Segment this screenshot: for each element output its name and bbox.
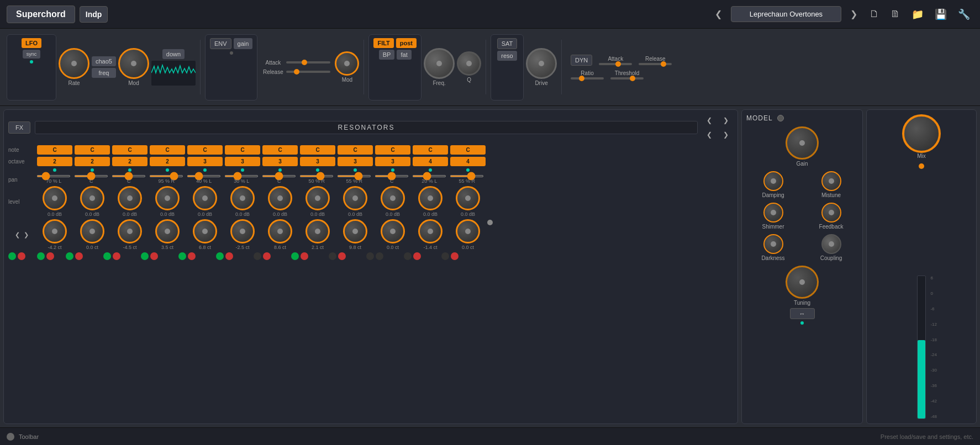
prev-preset-btn[interactable]: ❮ xyxy=(710,7,726,22)
freq-knob[interactable] xyxy=(424,48,455,79)
post-btn[interactable]: post xyxy=(396,38,417,48)
ind-10-r[interactable] xyxy=(413,252,421,260)
level-knob-5[interactable] xyxy=(230,186,255,210)
pan-slider-0[interactable] xyxy=(36,175,71,177)
detune-knob-1[interactable] xyxy=(80,219,104,243)
reso-btn[interactable]: reso xyxy=(497,51,517,61)
drive-knob[interactable] xyxy=(526,48,557,79)
paste-icon[interactable]: 🗎 xyxy=(887,6,904,22)
gain-knob[interactable] xyxy=(786,126,819,160)
pan-slider-4[interactable] xyxy=(187,175,221,177)
left-ind-green[interactable] xyxy=(8,252,16,260)
env-btn[interactable]: ENV xyxy=(210,38,231,49)
detune-knob-2[interactable] xyxy=(118,219,142,243)
mix-knob[interactable] xyxy=(902,114,941,153)
note-2[interactable]: C xyxy=(112,145,147,155)
oct-9[interactable]: 3 xyxy=(375,157,410,166)
detune-knob-9[interactable] xyxy=(381,219,405,243)
filt-btn[interactable]: FILT xyxy=(373,38,393,48)
attack-slider[interactable] xyxy=(286,61,330,63)
ind-2-g[interactable] xyxy=(103,252,111,260)
fat-btn[interactable]: fat xyxy=(397,50,411,60)
pan-slider-9[interactable] xyxy=(375,175,409,177)
note-10[interactable]: C xyxy=(413,145,448,155)
pan-slider-6[interactable] xyxy=(262,175,296,177)
ind-3-r[interactable] xyxy=(150,252,158,260)
pan-slider-11[interactable] xyxy=(450,175,484,177)
detune-knob-3[interactable] xyxy=(155,219,180,243)
ind-10-g[interactable] xyxy=(404,252,412,260)
ind-4-r[interactable] xyxy=(188,252,196,260)
detune-knob-0[interactable] xyxy=(43,219,67,243)
note-7[interactable]: C xyxy=(300,145,335,155)
direction-btn[interactable]: down xyxy=(162,49,185,59)
ind-9-g[interactable] xyxy=(366,252,374,260)
note-8[interactable]: C xyxy=(338,145,373,155)
pan-slider-8[interactable] xyxy=(337,175,371,177)
detune-knob-6[interactable] xyxy=(268,219,292,243)
detune-next[interactable]: ❯ xyxy=(23,230,30,240)
note-9[interactable]: C xyxy=(375,145,410,155)
oct-5[interactable]: 3 xyxy=(225,157,260,166)
note-3[interactable]: C xyxy=(150,145,185,155)
ind-2-r[interactable] xyxy=(113,252,120,260)
arrow-btn[interactable]: ↔ xyxy=(790,308,815,319)
release-slider[interactable] xyxy=(286,71,330,73)
ind-11-g[interactable] xyxy=(441,252,449,260)
ind-4-g[interactable] xyxy=(178,252,186,260)
pan-slider-7[interactable] xyxy=(299,175,334,177)
ind-0-g[interactable] xyxy=(37,252,45,260)
folder-icon[interactable]: 📁 xyxy=(908,6,927,23)
gain-btn[interactable]: gain xyxy=(234,38,253,49)
col-next-top[interactable]: ❯ xyxy=(719,114,733,126)
left-ind-red[interactable] xyxy=(18,252,25,260)
oct-1[interactable]: 2 xyxy=(75,157,110,166)
ind-3-g[interactable] xyxy=(141,252,149,260)
pan-slider-10[interactable] xyxy=(412,175,446,177)
next-preset-btn[interactable]: ❯ xyxy=(846,7,862,22)
dyn-ratio-slider[interactable] xyxy=(571,77,604,80)
lfo-btn[interactable]: LFO xyxy=(22,38,41,48)
col-prev-bot[interactable]: ❮ xyxy=(702,129,716,141)
ind-5-g[interactable] xyxy=(216,252,224,260)
detune-knob-4[interactable] xyxy=(193,219,217,243)
ind-6-g[interactable] xyxy=(254,252,261,260)
col-next-bot[interactable]: ❯ xyxy=(719,129,733,141)
note-0[interactable]: C xyxy=(37,145,72,155)
pan-slider-1[interactable] xyxy=(74,175,108,177)
note-11[interactable]: C xyxy=(450,145,486,155)
ind-7-g[interactable] xyxy=(291,252,299,260)
oct-10[interactable]: 4 xyxy=(413,157,448,166)
save-icon[interactable]: 💾 xyxy=(931,6,950,23)
detune-knob-10[interactable] xyxy=(418,219,442,243)
level-knob-2[interactable] xyxy=(118,186,142,210)
logo-btn[interactable]: Indp xyxy=(80,6,108,23)
sat-btn[interactable]: SAT xyxy=(497,38,518,49)
note-5[interactable]: C xyxy=(225,145,260,155)
fx-btn[interactable]: FX xyxy=(8,121,30,134)
level-knob-6[interactable] xyxy=(268,186,292,210)
level-knob-11[interactable] xyxy=(456,186,480,210)
note-4[interactable]: C xyxy=(187,145,223,155)
detune-knob-7[interactable] xyxy=(305,219,330,243)
oct-2[interactable]: 2 xyxy=(112,157,147,166)
level-knob-9[interactable] xyxy=(381,186,405,210)
oct-0[interactable]: 2 xyxy=(37,157,72,166)
copy-icon[interactable]: 🗋 xyxy=(866,6,883,22)
settings-icon[interactable]: 🔧 xyxy=(955,6,973,23)
bp-btn[interactable]: BP xyxy=(379,50,395,60)
coupling-knob[interactable] xyxy=(821,234,841,254)
mod-knob[interactable] xyxy=(118,48,149,79)
ind-0-r[interactable] xyxy=(46,252,54,260)
dyn-release-slider[interactable] xyxy=(639,63,672,65)
chao5-btn[interactable]: chao5 xyxy=(92,56,116,66)
level-knob-4[interactable] xyxy=(193,186,217,210)
ind-11-r[interactable] xyxy=(451,252,459,260)
ind-5-r[interactable] xyxy=(225,252,233,260)
oct-7[interactable]: 3 xyxy=(300,157,335,166)
detune-knob-11[interactable] xyxy=(456,219,480,243)
q-knob[interactable] xyxy=(457,51,481,76)
pan-slider-5[interactable] xyxy=(224,175,259,177)
oct-11[interactable]: 4 xyxy=(450,157,486,166)
ind-6-r[interactable] xyxy=(263,252,271,260)
